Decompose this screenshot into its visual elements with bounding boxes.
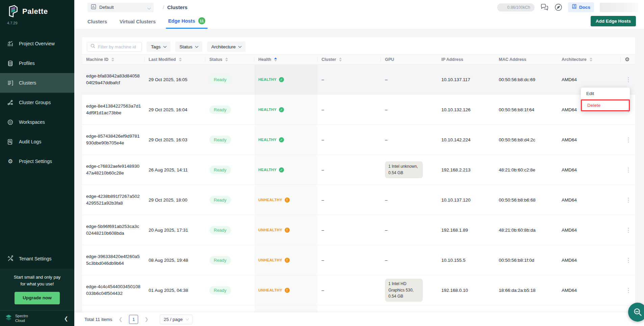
sidebar: Palette 4.7.29 Project OverviewProfilesC…	[0, 0, 74, 326]
sidebar-item-audit-logs[interactable]: Audit Logs	[0, 132, 74, 152]
cell-health: HEALTHY✓	[254, 65, 317, 94]
column-header-architecture[interactable]: Architecture	[558, 54, 621, 64]
sidebar-item-label: Audit Logs	[19, 139, 41, 144]
status-badge: Ready	[209, 136, 231, 144]
row-actions-kebab-icon[interactable]: ⋮	[621, 137, 635, 143]
cell-architecture: AMD64	[558, 228, 621, 233]
cell-ip-address: 10.10.155.5	[437, 258, 495, 263]
cell-cluster: –	[317, 258, 381, 263]
table-row: edge-857438426ef9d9781930dbe90b705e4e29 …	[82, 125, 635, 155]
cell-cluster: –	[317, 288, 381, 293]
project-scope-icon	[91, 4, 96, 11]
sort-icon	[179, 57, 182, 62]
sort-icon	[274, 57, 277, 62]
cell-architecture: AMD64	[558, 167, 621, 172]
row-actions-kebab-icon[interactable]: ⋮	[621, 167, 635, 173]
sidebar-item-workspaces[interactable]: Workspaces	[0, 112, 74, 132]
health-label: UNHEALTHY	[258, 228, 282, 232]
cell-last-modified: 08 Aug 2025, 19:48	[145, 258, 205, 263]
tab-edge-hosts[interactable]: Edge Hosts11	[168, 17, 205, 29]
column-header-machine-id[interactable]: Machine ID	[82, 54, 145, 64]
sidebar-item-label: Tenant Settings	[19, 256, 52, 261]
context-menu-delete[interactable]: Delete	[581, 99, 630, 111]
cell-status: Ready	[205, 196, 254, 204]
tab-label: Edge Hosts	[168, 18, 195, 24]
chevron-down-icon	[186, 317, 189, 320]
chevron-down-icon	[163, 45, 166, 48]
health-label: UNHEALTHY	[258, 288, 282, 292]
column-header-cluster[interactable]: Cluster	[317, 54, 381, 64]
sidebar-item-tenant-settings[interactable]: Tenant Settings	[0, 249, 74, 269]
filter-tags-dropdown[interactable]: Tags	[147, 42, 171, 52]
health-label: UNHEALTHY	[258, 258, 282, 262]
cell-architecture: AMD64	[558, 77, 621, 82]
book-icon	[572, 4, 577, 10]
spectro-cloud-logo-icon	[5, 314, 12, 323]
filter-label: Tags	[151, 44, 161, 49]
sidebar-collapse-button[interactable]: ❮	[64, 316, 68, 322]
breadcrumb-separator: /	[163, 4, 164, 10]
project-overview-icon	[7, 41, 14, 47]
gpu-tag: 1 Intel HD Graphics 530, 0.54 GB	[385, 279, 423, 302]
search-icon	[91, 44, 95, 50]
context-menu-edit[interactable]: Edit	[581, 88, 630, 99]
docs-button[interactable]: Docs	[568, 2, 594, 12]
sidebar-item-clusters[interactable]: Clusters	[0, 73, 74, 93]
gpu-tag: 1 Intel unknown, 0.54 GB	[385, 161, 423, 178]
cell-status: Ready	[205, 75, 254, 84]
status-badge: Ready	[209, 75, 231, 84]
row-actions-kebab-icon[interactable]: ⋮	[621, 257, 635, 263]
health-label: UNHEALTHY	[258, 198, 282, 202]
app-version: 4.7.29	[0, 20, 74, 25]
breadcrumb-clusters[interactable]: Clusters	[167, 4, 187, 10]
cell-mac-address: 00:50:56:b8:b6:68	[495, 197, 558, 203]
cell-last-modified: 01 Aug 2025, 04:38	[145, 288, 205, 293]
project-selector[interactable]: Default	[87, 3, 154, 12]
chat-feedback-icon[interactable]	[540, 4, 549, 11]
row-actions-kebab-icon[interactable]: ⋮	[621, 287, 635, 293]
table-row: edge-5b96f691ab253ca3c02448210b608bda20 …	[82, 215, 635, 245]
edge-hosts-card: TagsStatusArchitecture Machine IDLast Mo…	[82, 37, 635, 312]
column-header-last-modified[interactable]: Last Modified	[145, 54, 205, 64]
filter-bar: TagsStatusArchitecture	[82, 37, 635, 54]
usage-quota-badge: 0.86/100kCh	[497, 3, 535, 11]
page-size-select[interactable]: 25 / page	[160, 315, 192, 324]
page-number-button[interactable]: 1	[129, 315, 138, 324]
machine-id-search[interactable]	[87, 42, 142, 52]
tab-virtual-clusters[interactable]: Virtual Clusters	[120, 19, 156, 29]
row-actions-kebab-icon[interactable]: ⋮	[621, 197, 635, 203]
search-input[interactable]	[98, 44, 138, 49]
sort-icon	[225, 57, 228, 62]
column-header-status[interactable]: Status	[205, 54, 254, 64]
cell-status: Ready	[205, 286, 254, 295]
column-label: MAC Address	[499, 57, 526, 62]
column-settings-gear-icon[interactable]: ⚙	[621, 56, 635, 63]
health-label: HEALTHY	[258, 138, 277, 142]
add-edge-hosts-button[interactable]: Add Edge Hosts	[591, 16, 636, 26]
row-actions-kebab-icon[interactable]: ⋮	[621, 77, 635, 83]
filter-architecture-dropdown[interactable]: Architecture	[207, 42, 246, 52]
column-header-health[interactable]: Health	[254, 54, 317, 64]
sidebar-item-project-settings[interactable]: ⚙Project Settings	[0, 152, 74, 171]
table-row: edge-4c4c4544003450108033b6c04f50443201 …	[82, 275, 635, 305]
cell-machine-id: edge-bfa83842a83d8405804f29a47ddbafcf	[82, 73, 145, 87]
cell-last-modified: 29 Oct 2025, 16:03	[145, 137, 205, 142]
health-label: HEALTHY	[258, 168, 277, 172]
compass-icon[interactable]	[555, 3, 562, 11]
tab-clusters[interactable]: Clusters	[87, 19, 107, 29]
sort-icon	[590, 57, 592, 62]
sidebar-item-cluster-groups[interactable]: Cluster Groups	[0, 93, 74, 112]
column-label: GPU	[385, 57, 394, 62]
help-chat-launcher[interactable]	[628, 303, 644, 322]
filter-status-dropdown[interactable]: Status	[175, 42, 202, 52]
cell-gpu: –	[381, 77, 437, 82]
sidebar-item-profiles[interactable]: Profiles	[0, 53, 74, 73]
upgrade-now-button[interactable]: Upgrade now	[15, 292, 60, 304]
row-actions-kebab-icon[interactable]: ⋮	[621, 227, 635, 233]
palette-logo: Palette	[0, 0, 74, 20]
next-page-icon[interactable]: ❯	[143, 317, 150, 322]
cell-machine-id: edge-c76832aefe914893047a48210b60c28e	[82, 163, 145, 177]
sidebar-item-project-overview[interactable]: Project Overview	[0, 34, 74, 53]
health-label: HEALTHY	[258, 108, 277, 112]
prev-page-icon[interactable]: ❮	[117, 317, 124, 322]
